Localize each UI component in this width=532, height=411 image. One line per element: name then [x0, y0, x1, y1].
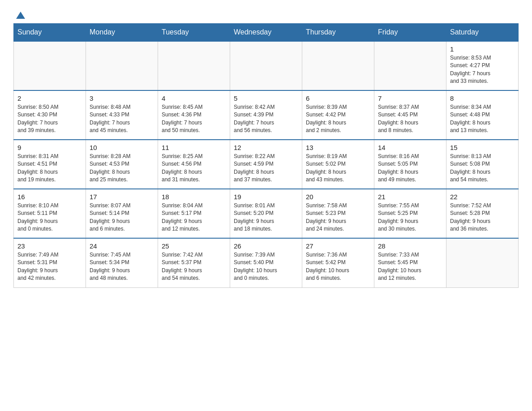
day-number: 18: [162, 193, 226, 201]
day-info: Sunrise: 8:13 AM Sunset: 5:08 PM Dayligh…: [450, 153, 515, 184]
calendar-week-row: 1Sunrise: 8:53 AM Sunset: 4:27 PM Daylig…: [14, 41, 519, 90]
calendar-day-cell: 17Sunrise: 8:07 AM Sunset: 5:14 PM Dayli…: [86, 189, 158, 238]
calendar-day-cell: [230, 41, 302, 90]
svg-marker-0: [16, 12, 25, 19]
calendar-day-cell: [86, 41, 158, 90]
day-info: Sunrise: 8:04 AM Sunset: 5:17 PM Dayligh…: [162, 202, 226, 233]
calendar-day-cell: 9Sunrise: 8:31 AM Sunset: 4:51 PM Daylig…: [14, 140, 86, 189]
calendar-week-row: 2Sunrise: 8:50 AM Sunset: 4:30 PM Daylig…: [14, 90, 519, 140]
day-number: 5: [234, 94, 298, 102]
day-info: Sunrise: 8:19 AM Sunset: 5:02 PM Dayligh…: [306, 153, 370, 184]
day-info: Sunrise: 7:33 AM Sunset: 5:45 PM Dayligh…: [378, 251, 442, 283]
day-info: Sunrise: 8:39 AM Sunset: 4:42 PM Dayligh…: [306, 103, 370, 135]
day-info: Sunrise: 8:45 AM Sunset: 4:36 PM Dayligh…: [162, 103, 226, 135]
day-number: 12: [234, 144, 298, 151]
day-info: Sunrise: 8:10 AM Sunset: 5:11 PM Dayligh…: [17, 202, 82, 233]
day-info: Sunrise: 7:58 AM Sunset: 5:23 PM Dayligh…: [306, 202, 370, 233]
page-header: [13, 9, 519, 19]
days-of-week-row: SundayMondayTuesdayWednesdayThursdayFrid…: [14, 24, 519, 42]
calendar-day-cell: 21Sunrise: 7:55 AM Sunset: 5:25 PM Dayli…: [374, 189, 446, 238]
day-info: Sunrise: 8:53 AM Sunset: 4:27 PM Dayligh…: [450, 54, 515, 86]
calendar-day-cell: 7Sunrise: 8:37 AM Sunset: 4:45 PM Daylig…: [374, 90, 446, 140]
day-info: Sunrise: 8:48 AM Sunset: 4:33 PM Dayligh…: [90, 103, 154, 135]
calendar-table: SundayMondayTuesdayWednesdayThursdayFrid…: [13, 23, 519, 288]
day-info: Sunrise: 8:01 AM Sunset: 5:20 PM Dayligh…: [234, 202, 298, 233]
calendar-day-cell: [302, 41, 374, 90]
calendar-day-cell: 19Sunrise: 8:01 AM Sunset: 5:20 PM Dayli…: [230, 189, 302, 238]
day-info: Sunrise: 8:42 AM Sunset: 4:39 PM Dayligh…: [234, 103, 298, 135]
calendar-week-row: 23Sunrise: 7:49 AM Sunset: 5:31 PM Dayli…: [14, 238, 519, 287]
day-number: 2: [17, 94, 82, 102]
day-number: 20: [306, 193, 370, 201]
calendar-week-row: 9Sunrise: 8:31 AM Sunset: 4:51 PM Daylig…: [14, 140, 519, 189]
day-info: Sunrise: 7:49 AM Sunset: 5:31 PM Dayligh…: [17, 251, 82, 283]
calendar-header: SundayMondayTuesdayWednesdayThursdayFrid…: [14, 24, 519, 42]
day-number: 8: [450, 94, 515, 102]
day-of-week-header: Wednesday: [230, 24, 302, 42]
day-number: 25: [162, 242, 226, 250]
day-number: 3: [90, 94, 154, 102]
day-number: 1: [450, 45, 515, 53]
day-of-week-header: Sunday: [14, 24, 86, 42]
calendar-day-cell: 24Sunrise: 7:45 AM Sunset: 5:34 PM Dayli…: [86, 238, 158, 287]
calendar-day-cell: 1Sunrise: 8:53 AM Sunset: 4:27 PM Daylig…: [446, 41, 519, 90]
calendar-day-cell: 22Sunrise: 7:52 AM Sunset: 5:28 PM Dayli…: [446, 189, 519, 238]
day-number: 27: [306, 242, 370, 250]
calendar-day-cell: 6Sunrise: 8:39 AM Sunset: 4:42 PM Daylig…: [302, 90, 374, 140]
day-number: 21: [378, 193, 442, 201]
calendar-day-cell: [446, 238, 519, 287]
day-info: Sunrise: 7:55 AM Sunset: 5:25 PM Dayligh…: [378, 202, 442, 233]
day-info: Sunrise: 7:42 AM Sunset: 5:37 PM Dayligh…: [162, 251, 226, 283]
day-info: Sunrise: 7:39 AM Sunset: 5:40 PM Dayligh…: [234, 251, 298, 283]
day-of-week-header: Saturday: [446, 24, 519, 42]
calendar-day-cell: 12Sunrise: 8:22 AM Sunset: 4:59 PM Dayli…: [230, 140, 302, 189]
day-number: 17: [90, 193, 154, 201]
calendar-day-cell: 14Sunrise: 8:16 AM Sunset: 5:05 PM Dayli…: [374, 140, 446, 189]
calendar-week-row: 16Sunrise: 8:10 AM Sunset: 5:11 PM Dayli…: [14, 189, 519, 238]
day-number: 22: [450, 193, 515, 201]
calendar-day-cell: 20Sunrise: 7:58 AM Sunset: 5:23 PM Dayli…: [302, 189, 374, 238]
day-number: 24: [90, 242, 154, 250]
day-info: Sunrise: 8:37 AM Sunset: 4:45 PM Dayligh…: [378, 103, 442, 135]
day-number: 19: [234, 193, 298, 201]
day-number: 23: [17, 242, 82, 250]
day-info: Sunrise: 8:25 AM Sunset: 4:56 PM Dayligh…: [162, 153, 226, 184]
day-number: 15: [450, 144, 515, 151]
day-info: Sunrise: 8:07 AM Sunset: 5:14 PM Dayligh…: [90, 202, 154, 233]
calendar-day-cell: [158, 41, 230, 90]
day-info: Sunrise: 8:50 AM Sunset: 4:30 PM Dayligh…: [17, 103, 82, 135]
day-info: Sunrise: 7:36 AM Sunset: 5:42 PM Dayligh…: [306, 251, 370, 283]
day-number: 6: [306, 94, 370, 102]
calendar-day-cell: [374, 41, 446, 90]
day-number: 28: [378, 242, 442, 250]
day-number: 16: [17, 193, 82, 201]
calendar-day-cell: 26Sunrise: 7:39 AM Sunset: 5:40 PM Dayli…: [230, 238, 302, 287]
day-info: Sunrise: 7:45 AM Sunset: 5:34 PM Dayligh…: [90, 251, 154, 283]
calendar-body: 1Sunrise: 8:53 AM Sunset: 4:27 PM Daylig…: [14, 41, 519, 287]
calendar-day-cell: 3Sunrise: 8:48 AM Sunset: 4:33 PM Daylig…: [86, 90, 158, 140]
day-info: Sunrise: 8:22 AM Sunset: 4:59 PM Dayligh…: [234, 153, 298, 184]
day-of-week-header: Friday: [374, 24, 446, 42]
day-of-week-header: Tuesday: [158, 24, 230, 42]
day-number: 10: [90, 144, 154, 151]
day-number: 11: [162, 144, 226, 151]
calendar-day-cell: 16Sunrise: 8:10 AM Sunset: 5:11 PM Dayli…: [14, 189, 86, 238]
calendar-day-cell: 4Sunrise: 8:45 AM Sunset: 4:36 PM Daylig…: [158, 90, 230, 140]
day-info: Sunrise: 8:31 AM Sunset: 4:51 PM Dayligh…: [17, 153, 82, 184]
logo: [13, 9, 27, 19]
day-info: Sunrise: 7:52 AM Sunset: 5:28 PM Dayligh…: [450, 202, 515, 233]
day-info: Sunrise: 8:16 AM Sunset: 5:05 PM Dayligh…: [378, 153, 442, 184]
calendar-day-cell: 28Sunrise: 7:33 AM Sunset: 5:45 PM Dayli…: [374, 238, 446, 287]
day-info: Sunrise: 8:28 AM Sunset: 4:53 PM Dayligh…: [90, 153, 154, 184]
logo-icon: [14, 9, 27, 21]
calendar-day-cell: 10Sunrise: 8:28 AM Sunset: 4:53 PM Dayli…: [86, 140, 158, 189]
calendar-day-cell: 8Sunrise: 8:34 AM Sunset: 4:48 PM Daylig…: [446, 90, 519, 140]
day-number: 9: [17, 144, 82, 151]
calendar-day-cell: 5Sunrise: 8:42 AM Sunset: 4:39 PM Daylig…: [230, 90, 302, 140]
calendar-day-cell: 18Sunrise: 8:04 AM Sunset: 5:17 PM Dayli…: [158, 189, 230, 238]
calendar-day-cell: 2Sunrise: 8:50 AM Sunset: 4:30 PM Daylig…: [14, 90, 86, 140]
day-number: 26: [234, 242, 298, 250]
day-of-week-header: Thursday: [302, 24, 374, 42]
calendar-day-cell: 13Sunrise: 8:19 AM Sunset: 5:02 PM Dayli…: [302, 140, 374, 189]
calendar-day-cell: 27Sunrise: 7:36 AM Sunset: 5:42 PM Dayli…: [302, 238, 374, 287]
